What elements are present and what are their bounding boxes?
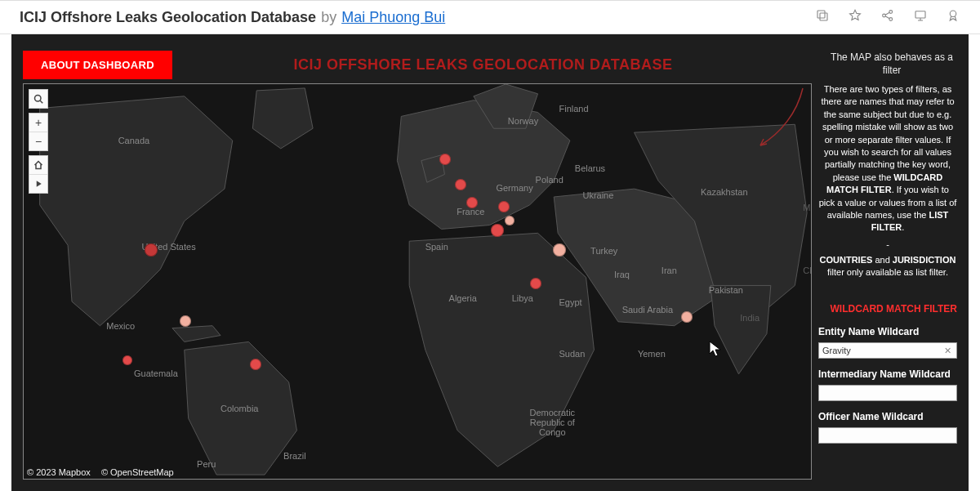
officer-wildcard-label: Officer Name Wildcard (818, 411, 957, 422)
svg-rect-0 (820, 13, 827, 20)
wildcard-filter-heading: WILDCARD MATCH FILTER (818, 303, 957, 315)
map-data-point[interactable] (491, 224, 504, 237)
share-icon[interactable] (880, 8, 895, 26)
about-dashboard-button[interactable]: ABOUT DASHBOARD (23, 51, 172, 79)
svg-point-3 (889, 11, 893, 14)
header-toolbar (815, 8, 960, 26)
map-data-point[interactable] (180, 315, 191, 327)
svg-rect-1 (817, 11, 825, 18)
svg-point-7 (35, 96, 42, 102)
map-data-point[interactable] (122, 355, 132, 365)
map-data-point[interactable] (466, 197, 478, 208)
map-play-button[interactable] (29, 175, 47, 193)
clear-icon[interactable]: ✕ (942, 345, 953, 356)
star-icon[interactable] (848, 8, 862, 26)
page-title: ICIJ Offshore Leaks Geolocation Database (20, 9, 316, 26)
copy-icon[interactable] (815, 8, 830, 26)
officer-wildcard-input[interactable] (818, 427, 957, 444)
intermediary-wildcard-label: Intermediary Name Wildcard (818, 368, 957, 380)
badge-icon[interactable] (946, 8, 960, 26)
map-data-point[interactable] (553, 243, 566, 257)
mapbox-attrib[interactable]: © 2023 Mapbox (27, 467, 91, 477)
map-data-point[interactable] (498, 201, 510, 212)
map-data-point[interactable] (530, 278, 541, 289)
filter-help-text: There are two types of filters, as there… (818, 83, 957, 234)
present-icon[interactable] (913, 8, 928, 26)
countries-note: COUNTRIES and JURISDICTION filter only a… (818, 254, 957, 279)
map-zoom-in-button[interactable]: + (29, 114, 47, 132)
by-label: by (321, 9, 336, 26)
separator: - (818, 239, 957, 249)
map-search-icon[interactable] (29, 90, 47, 108)
map-data-point[interactable] (455, 179, 466, 190)
dashboard-title: ICIJ OFFSHORE LEAKS GEOLOCATION DATABASE (156, 56, 810, 74)
map-home-button[interactable] (29, 156, 47, 175)
svg-point-4 (889, 18, 893, 21)
dashboard: ABOUT DASHBOARD ICIJ OFFSHORE LEAKS GEOL… (11, 34, 969, 491)
svg-point-2 (883, 14, 886, 17)
svg-rect-5 (915, 11, 925, 18)
map-data-point[interactable] (145, 243, 158, 257)
entity-wildcard-label: Entity Name Wildcard (818, 326, 957, 337)
intermediary-wildcard-input[interactable] (818, 385, 957, 401)
filter-side-panel: There are two types of filters, as there… (818, 83, 957, 480)
map-panel[interactable]: CanadaUnited StatesMexicoGuatemalaColomb… (23, 83, 812, 480)
entity-wildcard-value: Gravity (822, 346, 942, 355)
osm-attrib[interactable]: © OpenStreetMap (101, 467, 174, 477)
svg-point-6 (950, 11, 956, 17)
map-data-point[interactable] (250, 359, 261, 370)
author-link[interactable]: Mai Phuong Bui (341, 9, 445, 26)
map-data-point[interactable] (681, 311, 693, 323)
mouse-cursor-icon (709, 341, 722, 357)
entity-wildcard-input[interactable]: Gravity ✕ (818, 342, 957, 359)
map-data-point[interactable] (439, 154, 451, 165)
world-map (24, 84, 811, 479)
map-attribution: © 2023 Mapbox © OpenStreetMap (27, 467, 182, 477)
page-header: ICIJ Offshore Leaks Geolocation Database… (0, 1, 980, 34)
map-controls: + − (29, 89, 48, 194)
map-filter-note: The MAP also behaves as a filter (826, 51, 957, 77)
map-zoom-out-button[interactable]: − (29, 132, 47, 150)
map-data-point[interactable] (505, 216, 514, 225)
